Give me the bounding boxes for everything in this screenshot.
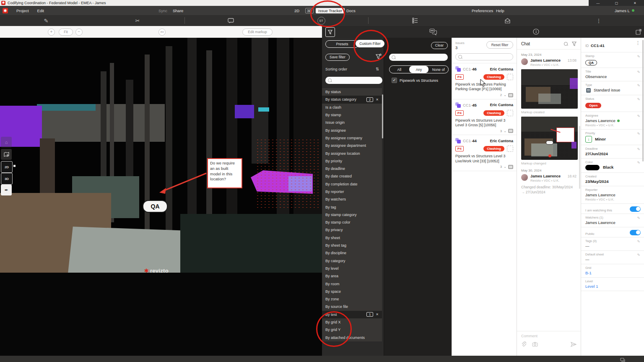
chat-scrollbar[interactable]	[579, 126, 580, 189]
filter-item[interactable]: By assignee company	[322, 134, 382, 142]
filter-item[interactable]: By stamp	[322, 111, 382, 119]
field-default-sheet[interactable]: Default sheet — ✎	[581, 251, 644, 264]
user-menu[interactable]: James L	[615, 8, 634, 13]
edit-icon[interactable]: ✎	[637, 97, 640, 102]
filter-remove-icon[interactable]: ✕	[376, 313, 379, 316]
filter-remove-icon[interactable]: ✕	[376, 98, 379, 102]
details-scrollbar[interactable]	[642, 40, 644, 161]
sort-icon[interactable]: ⇅	[376, 67, 379, 71]
filter-item[interactable]: By grid Y	[322, 326, 382, 333]
filter-item[interactable]: Is a clash	[322, 104, 382, 111]
menu-edit[interactable]: Edit	[33, 8, 48, 13]
filter-item[interactable]: By assignee department	[322, 142, 382, 149]
filter-item[interactable]: By reporter	[322, 188, 382, 195]
snapshot-icon[interactable]	[508, 93, 513, 97]
zoom-in-button[interactable]: +	[48, 29, 55, 36]
menu-2d[interactable]: 2D	[294, 8, 299, 13]
filter-item[interactable]: By stamp category	[322, 211, 382, 219]
field-assignee[interactable]: Assignee James Lawrence Revizto • VDC • …	[581, 112, 644, 130]
comment-composer[interactable]: Comment	[517, 331, 581, 349]
fit-button[interactable]: Fit	[59, 29, 73, 36]
issues-search-input[interactable]	[455, 53, 513, 60]
filter-item[interactable]: By completion date	[322, 180, 382, 188]
filter-item[interactable]: By level	[322, 265, 382, 272]
filter-item[interactable]: By room	[322, 280, 382, 287]
filter-tab-icon[interactable]	[325, 27, 335, 37]
filter-item[interactable]: By sheet tag	[322, 242, 382, 249]
filter-item[interactable]: By source file	[322, 303, 382, 310]
sorting-order-label[interactable]: Sorting order	[325, 67, 347, 71]
filter-search-input[interactable]	[325, 77, 382, 84]
filter-item[interactable]: By attached documents	[322, 334, 382, 341]
filter-item[interactable]: By test1✕	[322, 311, 382, 318]
filter-item[interactable]: By grid X	[322, 318, 382, 326]
issue-card[interactable]: CC1-46 Eric Cantona P4 Clashing Pipework…	[452, 63, 517, 99]
filter-item[interactable]: By sheet	[322, 234, 382, 242]
filter-item[interactable]: By priority	[322, 157, 382, 165]
segment-any[interactable]: Any	[409, 66, 429, 73]
attach-icon[interactable]	[521, 341, 526, 347]
value-checkbox-row[interactable]: ✓ Pipework vs Structures	[392, 78, 438, 83]
menu-help[interactable]: Help	[496, 8, 504, 13]
edit-icon[interactable]: ✎	[637, 114, 640, 118]
filter-item[interactable]: By area	[322, 272, 382, 280]
pano-360-icon[interactable]: 360	[158, 29, 166, 36]
tab-presets[interactable]: Presets	[325, 40, 359, 48]
field-priority[interactable]: Priority ↓Minor ✎	[581, 130, 644, 145]
watching-toggle[interactable]	[630, 206, 641, 212]
send-report-icon[interactable]	[503, 16, 512, 25]
close-button[interactable]: ✕	[634, 1, 636, 5]
issue-select-checkbox[interactable]	[507, 110, 513, 116]
grid-link[interactable]: B-1	[585, 271, 640, 275]
expand-panel-icon[interactable]	[634, 27, 643, 36]
chat-search-icon[interactable]	[564, 42, 568, 46]
edit-icon[interactable]: ✎	[637, 147, 640, 151]
camera-icon[interactable]	[532, 342, 538, 346]
issue-card[interactable]: CC1-45 Eric Cantona P4 Clashing Pipework…	[452, 99, 517, 135]
field-status[interactable]: Status Open ✎	[581, 95, 644, 112]
menu-share[interactable]: Share	[169, 8, 187, 13]
filter-item[interactable]: By deadline	[322, 165, 382, 172]
values-search-input[interactable]	[389, 54, 448, 61]
field-watchers[interactable]: Watchers (1) James Lawrence ✎	[581, 214, 644, 227]
layers-icon[interactable]	[620, 357, 625, 362]
edit-icon[interactable]: ✎	[637, 240, 640, 244]
stamp-tool-button[interactable]: ST	[317, 16, 325, 25]
zoom-out-button[interactable]: −	[75, 29, 83, 36]
filter-item[interactable]: By assignee location	[322, 149, 382, 157]
menu-project[interactable]: Project	[12, 8, 33, 13]
field-color[interactable]: Color Black ✎	[581, 159, 644, 173]
checkbox-checked-icon[interactable]: ✓	[392, 78, 397, 83]
field-stamp[interactable]: Stamp QA ✎	[581, 52, 644, 68]
chat-bubbles-icon[interactable]	[428, 27, 437, 36]
filter-item[interactable]: By discipline	[322, 249, 382, 257]
issue-select-checkbox[interactable]	[507, 74, 513, 80]
filter-item[interactable]: By tag	[322, 203, 382, 211]
edit-icon[interactable]: ✎	[637, 253, 640, 257]
chevron-down-icon[interactable]: ⌄	[504, 129, 506, 133]
comment-placeholder[interactable]: Comment	[521, 334, 576, 338]
edit-icon[interactable]: ✎	[637, 161, 640, 165]
clip-scissors-icon[interactable]: ✂	[133, 16, 142, 25]
3d-viewport[interactable]: Do we require an as built model in this …	[0, 38, 322, 356]
segment-all[interactable]: All	[390, 66, 409, 73]
edit-icon[interactable]: ✎	[637, 83, 640, 88]
snapshot-icon[interactable]	[508, 129, 513, 133]
issue-card[interactable]: CC1-44 Eric Cantona P4 Clashing Pipework…	[452, 135, 517, 171]
edit-icon[interactable]: ✎	[637, 132, 640, 136]
segment-none-of[interactable]: None of	[428, 66, 448, 73]
maximize-button[interactable]: ▢	[615, 1, 618, 5]
issue-info-icon[interactable]	[532, 27, 540, 36]
field-tags[interactable]: Tags (0) — ✎	[581, 237, 644, 251]
filter-item[interactable]: By stamp color	[322, 219, 382, 226]
chevron-down-icon[interactable]: ⌄	[504, 93, 506, 97]
field-deadline[interactable]: Deadline 27/Jun/2024 ✎	[581, 145, 644, 159]
filter-item[interactable]: By space	[322, 288, 382, 295]
filter-item[interactable]: Issue origin	[322, 119, 382, 126]
edit-icon[interactable]: ✎	[637, 216, 640, 220]
add-comment-icon[interactable]	[226, 16, 235, 25]
filter-item[interactable]: By date created	[322, 172, 382, 180]
save-filter-button[interactable]: Save filter	[325, 54, 350, 61]
filter-item[interactable]: By zone	[322, 295, 382, 303]
filter-item[interactable]: By privacy	[322, 226, 382, 234]
